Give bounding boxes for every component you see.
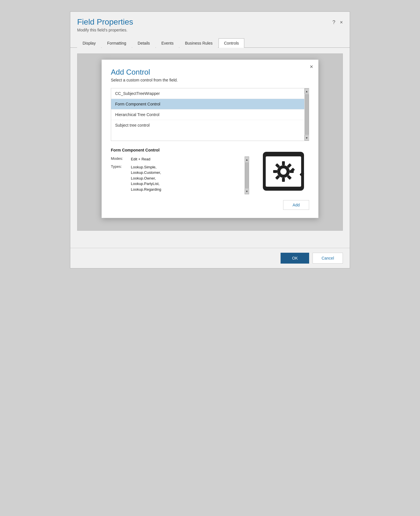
- window-close-button[interactable]: ×: [340, 20, 343, 25]
- tab-content-area: × Add Control Select a custom control fr…: [70, 48, 350, 248]
- control-list[interactable]: CC_SubjectTreeWrapper Form Component Con…: [111, 88, 304, 141]
- svg-point-3: [280, 168, 287, 175]
- types-label: Types:: [111, 164, 131, 192]
- control-item-form-component[interactable]: Form Component Control: [111, 99, 304, 109]
- detail-scroll-thumb[interactable]: [245, 163, 249, 188]
- ok-button[interactable]: OK: [281, 253, 309, 264]
- types-value: Lookup.Simple, Lookup.Customer, Lookup.O…: [131, 164, 242, 192]
- detail-info: Modes: Edit + Read Types: Lookup.Simple,…: [111, 156, 242, 194]
- control-gear-icon: [261, 148, 306, 194]
- detail-body: Modes: Edit + Read Types: Lookup.Simple,…: [111, 156, 249, 194]
- window-footer: OK Cancel: [70, 248, 350, 268]
- scroll-thumb[interactable]: [305, 94, 309, 135]
- tab-business-rules[interactable]: Business Rules: [179, 38, 218, 48]
- field-properties-window: Field Properties Modify this field's pro…: [70, 11, 350, 268]
- window-title: Field Properties: [77, 17, 133, 27]
- controls-content: × Add Control Select a custom control fr…: [77, 53, 343, 231]
- types-row: Types: Lookup.Simple, Lookup.Customer, L…: [111, 164, 242, 192]
- control-item-cc-subject[interactable]: CC_SubjectTreeWrapper: [111, 88, 304, 99]
- control-detail-section: Form Component Control Modes: Edit + Rea…: [111, 148, 309, 194]
- window-titlebar: Field Properties Modify this field's pro…: [70, 12, 350, 35]
- modes-label: Modes:: [111, 156, 131, 162]
- tabs-bar: Display Formatting Details Events Busine…: [70, 38, 350, 48]
- window-controls: ? ×: [332, 17, 343, 25]
- add-control-dialog: × Add Control Select a custom control fr…: [101, 59, 319, 218]
- control-item-subject-tree[interactable]: Subject tree control: [111, 120, 304, 130]
- svg-rect-6: [273, 170, 277, 173]
- help-button[interactable]: ?: [332, 20, 335, 25]
- modal-close-button[interactable]: ×: [310, 64, 313, 69]
- scroll-up-arrow[interactable]: ▲: [305, 88, 309, 94]
- detail-scrollbar[interactable]: ▲ ▼: [245, 156, 249, 194]
- svg-rect-5: [282, 178, 285, 182]
- tab-details[interactable]: Details: [132, 38, 155, 48]
- control-item-hierarchical-tree[interactable]: Hierarchical Tree Control: [111, 109, 304, 120]
- modal-title: Add Control: [111, 68, 309, 77]
- control-list-container: CC_SubjectTreeWrapper Form Component Con…: [111, 88, 309, 141]
- tab-formatting[interactable]: Formatting: [102, 38, 132, 48]
- control-detail-left: Form Component Control Modes: Edit + Rea…: [111, 148, 249, 194]
- modal-description: Select a custom control from the field.: [111, 78, 309, 82]
- add-button[interactable]: Add: [283, 200, 309, 210]
- window-subtitle: Modify this field's properties.: [77, 28, 133, 32]
- list-scrollbar[interactable]: ▲ ▼: [304, 88, 309, 141]
- scroll-down-arrow[interactable]: ▼: [305, 135, 309, 141]
- tab-display[interactable]: Display: [77, 38, 101, 48]
- selected-control-name: Form Component Control: [111, 148, 249, 152]
- detail-scroll-up[interactable]: ▲: [245, 157, 249, 162]
- svg-rect-4: [282, 161, 285, 165]
- tab-controls[interactable]: Controls: [219, 38, 244, 48]
- modes-row: Modes: Edit + Read: [111, 156, 242, 162]
- cancel-button[interactable]: Cancel: [313, 253, 343, 264]
- tab-events[interactable]: Events: [156, 38, 179, 48]
- window-title-area: Field Properties Modify this field's pro…: [77, 17, 133, 32]
- detail-scroll-down[interactable]: ▼: [245, 188, 249, 194]
- modal-footer: Add: [111, 200, 309, 210]
- control-icon-area: [258, 148, 309, 194]
- modes-value: Edit + Read: [131, 156, 242, 162]
